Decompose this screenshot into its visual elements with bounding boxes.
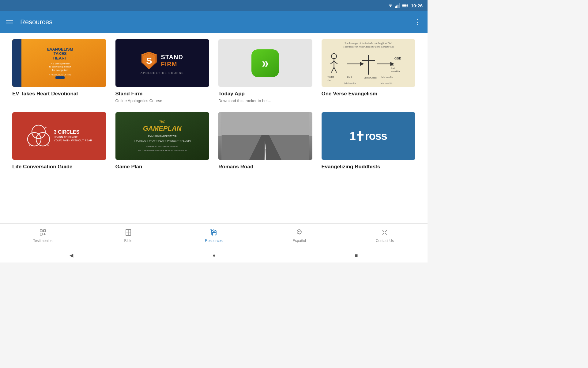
svg-text:gift: gift bbox=[391, 64, 394, 66]
svg-line-13 bbox=[334, 67, 336, 73]
card-evangelizing-buddhists[interactable]: 1 ross Evangelizing Buddhists bbox=[322, 112, 416, 171]
card-stand-firm[interactable]: S STAND FIRM APOLOGETICS COURSE Stand Fi… bbox=[115, 39, 209, 103]
svg-text:God: God bbox=[391, 67, 395, 69]
card-title-today-app: Today App bbox=[218, 90, 312, 97]
one-cross-ross: ross bbox=[365, 130, 387, 143]
cross-icon-evangelizing bbox=[356, 131, 364, 142]
three-circles-bg: ↗ ↙ ↘ 3 CIRCLES LEARN TO SHAREYOUR FAITH… bbox=[12, 112, 106, 160]
content-area: EVANGELISMTAKESHEART A 9-week journeyto … bbox=[0, 33, 428, 223]
stand-firm-course: APOLOGETICS COURSE bbox=[141, 71, 184, 75]
page-title: Resources bbox=[20, 18, 407, 26]
svg-line-12 bbox=[331, 67, 334, 73]
back-button[interactable]: ◀ bbox=[70, 252, 73, 258]
shield-icon-stand-firm: S bbox=[141, 52, 157, 70]
nav-espanol[interactable]: Español bbox=[257, 226, 342, 245]
svg-rect-47 bbox=[40, 233, 42, 235]
card-image-evangelizing: 1 ross bbox=[322, 112, 416, 160]
nav-contact-us[interactable]: Contact Us bbox=[342, 226, 428, 245]
nav-label-testimonies: Testimonies bbox=[33, 239, 52, 243]
svg-text:↗: ↗ bbox=[44, 125, 47, 130]
bottom-nav: Testimonies Bible Resources bbox=[0, 223, 428, 248]
one-cross-logo: 1 ross bbox=[350, 130, 387, 143]
card-image-one-verse: For the wages of sin is death, but the g… bbox=[322, 39, 416, 87]
resources-icon bbox=[210, 229, 217, 237]
card-game-plan[interactable]: THE GAMEPLAN EVANGELISM INITIATIVE ○ PUR… bbox=[115, 112, 209, 171]
svg-text:sin: sin bbox=[327, 79, 331, 81]
wifi-icon bbox=[388, 3, 393, 8]
svg-rect-44 bbox=[357, 134, 364, 136]
nav-bible[interactable]: Bible bbox=[85, 226, 171, 245]
card-life-conversation[interactable]: ↗ ↙ ↘ 3 CIRCLES LEARN TO SHAREYOUR FAITH… bbox=[12, 112, 106, 171]
svg-rect-45 bbox=[40, 230, 42, 232]
menu-icon[interactable] bbox=[6, 20, 13, 24]
ev-book-subtitle: A 9-week journeyto cultivating a heartfo… bbox=[49, 62, 71, 72]
signal-icon bbox=[395, 3, 400, 8]
card-title-romans-road: Romans Road bbox=[218, 163, 312, 170]
nav-label-resources: Resources bbox=[205, 239, 222, 243]
nav-label-bible: Bible bbox=[124, 239, 132, 243]
recents-button[interactable]: ■ bbox=[355, 253, 358, 258]
card-ev-takes-heart[interactable]: EVANGELISMTAKESHEART A 9-week journeyto … bbox=[12, 39, 106, 103]
card-today-app[interactable]: » Today App Download this tracker to hel… bbox=[218, 39, 312, 103]
svg-text:help hope life: help hope life bbox=[381, 76, 393, 79]
card-image-ev-takes-heart: EVANGELISMTAKESHEART A 9-week journeyto … bbox=[12, 39, 106, 87]
svg-rect-43 bbox=[359, 131, 361, 141]
card-romans-road[interactable]: Romans Road bbox=[218, 112, 312, 171]
one-verse-scripture: For the wages of sin is death, but the g… bbox=[343, 42, 394, 48]
card-title-game-plan: Game Plan bbox=[115, 163, 209, 170]
contact-icon bbox=[381, 229, 388, 237]
ev-book-title: EVANGELISMTAKESHEART bbox=[47, 47, 73, 60]
game-plan-the: THE bbox=[159, 120, 165, 124]
system-nav: ◀ ● ■ bbox=[0, 248, 428, 263]
svg-point-53 bbox=[213, 231, 214, 232]
svg-point-28 bbox=[32, 125, 45, 139]
one-verse-bg: For the wages of sin is death, but the g… bbox=[322, 39, 416, 87]
card-title-one-verse: One Verse Evangelism bbox=[322, 90, 416, 97]
one-cross-1: 1 bbox=[350, 130, 355, 143]
three-circles-text-group: 3 CIRCLES LEARN TO SHAREYOUR FAITH WITHO… bbox=[54, 129, 92, 143]
svg-rect-36 bbox=[222, 112, 309, 135]
svg-line-59 bbox=[383, 230, 384, 232]
svg-line-10 bbox=[330, 61, 334, 64]
card-one-verse[interactable]: For the wages of sin is death, but the g… bbox=[322, 39, 416, 103]
today-app-bg: » bbox=[218, 39, 312, 87]
svg-text:Jesus Christ: Jesus Christ bbox=[364, 76, 377, 79]
svg-point-57 bbox=[298, 231, 299, 232]
espanol-icon bbox=[296, 229, 303, 237]
card-title-evangelizing: Evangelizing Buddhists bbox=[322, 163, 416, 170]
svg-rect-6 bbox=[402, 5, 406, 7]
card-image-3-circles: ↗ ↙ ↘ 3 CIRCLES LEARN TO SHAREYOUR FAITH… bbox=[12, 112, 106, 160]
svg-text:↙: ↙ bbox=[29, 143, 32, 147]
bible-icon bbox=[125, 229, 132, 237]
nav-testimonies[interactable]: Testimonies bbox=[0, 226, 85, 245]
svg-text:S: S bbox=[146, 56, 152, 65]
ev-book-branding: A RESOURCE OF THE bbox=[49, 74, 71, 76]
card-image-stand-firm: S STAND FIRM APOLOGETICS COURSE bbox=[115, 39, 209, 87]
svg-point-55 bbox=[215, 234, 216, 235]
svg-rect-0 bbox=[395, 6, 396, 8]
game-plan-org: SOUTHERN BAPTISTS OF TEXAS CONVENTION bbox=[138, 149, 187, 152]
nav-label-espanol: Español bbox=[293, 239, 306, 243]
card-image-romans-road bbox=[218, 112, 312, 160]
game-plan-url: SBTEXAS.COM/THEGAMEPLAN bbox=[146, 145, 178, 148]
svg-rect-5 bbox=[407, 5, 408, 6]
road-svg bbox=[218, 112, 312, 160]
svg-point-56 bbox=[297, 230, 301, 234]
nav-label-contact-us: Contact Us bbox=[376, 239, 394, 243]
svg-text:↘: ↘ bbox=[46, 143, 49, 147]
one-verse-content: For the wages of sin is death, but the g… bbox=[324, 42, 413, 84]
svg-line-61 bbox=[383, 233, 384, 235]
home-button[interactable]: ● bbox=[213, 253, 216, 258]
more-options-icon[interactable]: ⋮ bbox=[414, 18, 421, 26]
battery-icon bbox=[402, 4, 409, 7]
svg-point-8 bbox=[331, 54, 337, 59]
svg-text:GOD: GOD bbox=[394, 57, 401, 60]
status-time: 10:26 bbox=[411, 3, 423, 8]
status-icons bbox=[388, 3, 409, 8]
game-plan-tagline: ○ PURSUE ○ PRAY ○ PLAY ○ PRESENT ○ PLUGI… bbox=[134, 139, 191, 143]
svg-point-58 bbox=[300, 231, 300, 232]
card-image-today-app: » bbox=[218, 39, 312, 87]
stand-firm-title: STAND bbox=[161, 54, 183, 61]
card-image-game-plan: THE GAMEPLAN EVANGELISM INITIATIVE ○ PUR… bbox=[115, 112, 209, 160]
nav-resources[interactable]: Resources bbox=[171, 226, 256, 245]
